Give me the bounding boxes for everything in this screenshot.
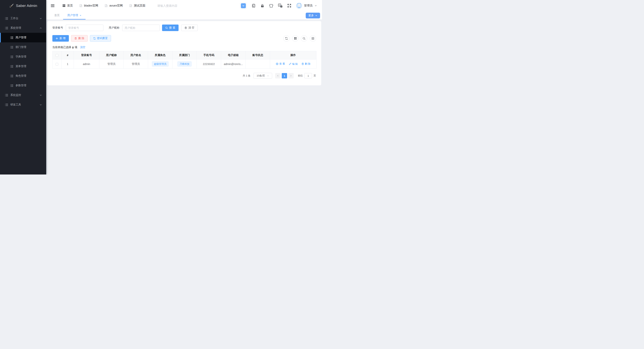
sidebar-menu: 工作台 系统管理 用户管理 部门管理 字典管理 菜单管 (0, 11, 46, 110)
topnav-item-avuex[interactable]: avuex官网 (105, 4, 123, 8)
page-number-1[interactable]: 1 (282, 73, 287, 78)
export-data-button[interactable] (310, 35, 316, 42)
pagination: 共 1 条 10条/页 1 前往 页 (52, 73, 316, 78)
topnav-item-label: bladex官网 (84, 4, 98, 8)
sidebar-item-system-mgmt[interactable]: 系统管理 (0, 23, 46, 33)
close-icon[interactable]: × (80, 14, 81, 17)
sidebar-item-menu-mgmt[interactable]: 菜单管理 (0, 62, 46, 71)
goto-page-input[interactable] (304, 73, 312, 78)
row-checkbox[interactable] (56, 63, 58, 66)
add-button-label: 新 增 (60, 37, 66, 40)
sidebar-item-dept-mgmt[interactable]: 部门管理 (0, 42, 46, 52)
lock-icon[interactable] (260, 4, 264, 8)
next-page-button[interactable] (288, 73, 294, 78)
column-settings-button[interactable] (292, 35, 298, 42)
top-nav: 首页 bladex官网 avuex官网 测试页面 (62, 4, 145, 8)
topnav-item-test-page[interactable]: 测试页面 (129, 4, 145, 8)
sidebar-item-label: 参数管理 (16, 84, 42, 87)
tab-user-mgmt[interactable]: 用户管理 × (63, 11, 86, 19)
chevron-left-icon (277, 74, 279, 77)
column-header-status: 账号状态 (246, 51, 270, 60)
cell-name: 管理员 (124, 60, 148, 69)
row-checkbox-cell (52, 60, 62, 69)
search-button-label: 搜 索 (169, 26, 175, 30)
search-icon (165, 27, 168, 29)
topnav-item-home[interactable]: 首页 (62, 4, 73, 8)
topnav-item-bladex[interactable]: bladex官网 (80, 4, 98, 8)
delete-link[interactable]: 删 除 (302, 62, 310, 66)
trash-icon (302, 62, 304, 65)
fullscreen-icon[interactable] (287, 4, 291, 8)
document-icon (129, 4, 132, 7)
search-button[interactable]: 搜 索 (162, 24, 178, 31)
debug-tool-icon[interactable] (252, 4, 256, 8)
topnav-item-label: 首页 (67, 4, 73, 8)
column-header-index: # (62, 51, 74, 60)
sidebar-item-param-mgmt[interactable]: 参数管理 (0, 81, 46, 90)
selection-clear-link[interactable]: 清空 (80, 46, 85, 49)
username-label: 管理员 (304, 4, 312, 8)
sidebar: Saber Admin 工作台 系统管理 用户管理 部门管理 (0, 0, 46, 174)
tab-bar: 首页 用户管理 × 更多 (46, 11, 322, 20)
table-header-row: # 登录账号 用户昵称 用户姓名 所属角色 所属部门 手机号码 电子邮箱 账号状… (52, 51, 316, 60)
add-button[interactable]: 新 增 (52, 35, 69, 42)
user-menu[interactable]: 管理员 (296, 3, 317, 9)
clear-button[interactable]: 清 空 (181, 24, 198, 31)
delete-button[interactable]: 删 除 (71, 35, 88, 42)
selection-summary: 当前表格已选择 0 项 清空 (52, 46, 316, 49)
reset-password-label: 密码重置 (97, 37, 108, 40)
list-icon (10, 55, 14, 58)
clear-button-label: 清 空 (188, 26, 194, 30)
theme-shirt-icon[interactable] (269, 4, 273, 8)
list-icon (5, 103, 8, 106)
sidebar-item-label: 系统监控 (10, 94, 40, 97)
view-link[interactable]: 查 看 (276, 62, 285, 66)
table-row: 1 admin 管理员 管理员 超级管理员 刀锋科技 22233322 admi… (52, 60, 316, 69)
tabs-more-button[interactable]: 更多 (306, 13, 320, 18)
edit-link[interactable]: 编 辑 (289, 62, 298, 66)
account-input[interactable] (66, 24, 103, 31)
reset-password-button[interactable]: 密码重置 (90, 35, 111, 42)
edit-link-label: 编 辑 (292, 62, 298, 66)
selection-count: 0 (72, 46, 74, 49)
goto-page-suffix: 页 (314, 74, 316, 78)
app-logo-text: Saber Admin (16, 4, 37, 8)
column-header-phone: 手机号码 (197, 51, 221, 60)
sidebar-item-dict-mgmt[interactable]: 字典管理 (0, 52, 46, 62)
list-icon (10, 36, 14, 39)
list-icon (10, 65, 14, 68)
refresh-table-button[interactable] (283, 35, 290, 42)
cell-actions: 查 看 编 辑 删 除 (270, 60, 316, 69)
document-icon (105, 4, 108, 7)
column-header-email: 电子邮箱 (221, 51, 246, 60)
tabs-more-label: 更多 (308, 14, 314, 17)
sidebar-item-label: 系统管理 (10, 26, 40, 30)
nickname-input[interactable] (122, 24, 160, 31)
sidebar-item-workbench[interactable]: 工作台 (0, 14, 46, 23)
main-area: 首页 bladex官网 avuex官网 测试页面 (46, 0, 322, 174)
prev-page-button[interactable] (275, 73, 280, 78)
document-icon (80, 4, 82, 7)
eye-icon (276, 62, 278, 65)
tab-home[interactable]: 首页 (51, 11, 63, 19)
role-tag: 超级管理员 (152, 61, 168, 66)
sidebar-item-system-monitor[interactable]: 系统监控 (0, 90, 46, 100)
top-menu-toggle-button[interactable] (240, 2, 247, 9)
list-icon (5, 17, 8, 20)
toggle-search-button[interactable] (301, 35, 307, 42)
sidebar-item-label: 用户管理 (16, 36, 42, 39)
refresh-icon (285, 37, 288, 40)
sidebar-item-user-mgmt[interactable]: 用户管理 (0, 33, 46, 42)
header-actions: 中A 管理员 (240, 2, 317, 9)
pencil-icon (289, 63, 291, 65)
table-toolbar: 新 增 删 除 密码重置 (52, 35, 316, 42)
search-icon (303, 37, 306, 40)
page-size-select[interactable]: 10条/页 (254, 73, 272, 78)
translate-icon[interactable]: 中A (278, 4, 282, 8)
select-all-checkbox[interactable] (56, 54, 58, 57)
sidebar-item-role-mgmt[interactable]: 角色管理 (0, 71, 46, 81)
global-search-input[interactable] (157, 4, 201, 7)
hamburger-icon[interactable] (50, 4, 55, 8)
app-logo[interactable]: Saber Admin (0, 0, 46, 11)
sidebar-item-dev-tools[interactable]: 研发工具 (0, 100, 46, 110)
